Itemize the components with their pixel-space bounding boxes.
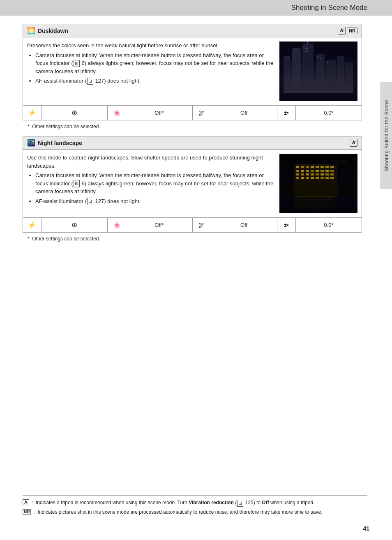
footnote-dusk: * Other settings can be selected. (23, 124, 362, 129)
svg-rect-49 (306, 173, 309, 175)
off1-value: Off* (154, 110, 164, 116)
night-description: Use this mode to capture night landscape… (27, 154, 274, 170)
svg-rect-57 (306, 177, 309, 179)
svg-rect-43 (316, 170, 319, 172)
svg-rect-40 (301, 170, 304, 172)
svg-rect-61 (325, 177, 329, 179)
section-body-night: Use this mode to capture night landscape… (23, 150, 362, 217)
svg-rect-21 (317, 56, 318, 57)
section-text-night: Use this mode to capture night landscape… (27, 154, 274, 213)
svg-rect-46 (330, 170, 334, 172)
svg-rect-42 (311, 170, 314, 172)
svg-rect-48 (301, 173, 304, 175)
setting-flash-night: ⚡ (23, 218, 42, 232)
dusk-bullet-list: Camera focuses at infinity. When the shu… (35, 51, 274, 85)
vr-icon: 🕊 (198, 109, 205, 116)
svg-rect-2 (279, 85, 357, 101)
svg-rect-51 (316, 173, 319, 175)
svg-rect-45 (325, 170, 329, 172)
macro-icon-night: 🌸 (113, 222, 120, 228)
svg-rect-76 (298, 198, 333, 198)
svg-rect-28 (294, 197, 335, 209)
header-bar: Shooting in Scene Mode (0, 0, 392, 16)
setting-exp-val-dusk: 0.0* (296, 106, 362, 120)
svg-rect-77 (300, 199, 331, 200)
dusk-bullet-2: AF-assist illuminator (⊡ 127) does not l… (35, 77, 274, 85)
svg-rect-34 (311, 166, 314, 168)
off1-night-value: Off* (154, 222, 164, 228)
dusk-badges: 𝐀̃ NR (338, 27, 357, 35)
dusk-description: Preserves the colors seen in the weak na… (27, 42, 274, 50)
svg-rect-25 (279, 83, 357, 83)
svg-rect-22 (320, 58, 321, 59)
svg-rect-1 (279, 42, 357, 101)
page-title: Shooting in Scene Mode (291, 4, 367, 12)
svg-point-70 (286, 182, 294, 187)
svg-rect-60 (321, 177, 324, 179)
svg-rect-24 (338, 59, 339, 60)
setting-vr-night: 🕊 (193, 218, 211, 232)
svg-rect-62 (330, 177, 334, 179)
dusk-bullet-1: Camera focuses at infinity. When the shu… (35, 51, 274, 76)
footnote-tripod-text: : Indicates a tripod is recommended when… (32, 499, 314, 507)
off2-night-value: Off (240, 222, 247, 228)
settings-row-night: ⚡ ⊕ 🌸 Off* 🕊 Off ±▪ (23, 217, 362, 232)
flash-icon-night: ⚡ (28, 221, 36, 229)
macro-icon: 🌸 (113, 110, 120, 116)
svg-rect-54 (330, 173, 334, 175)
ref-icon-5: ⊡ (237, 500, 243, 507)
section-body-dusk: Preserves the colors seen in the weak na… (23, 37, 362, 105)
night-badges: 𝐀̃ (350, 139, 357, 147)
svg-rect-15 (304, 51, 305, 52)
section-night-landscape: 🌃 Night landscape 𝐀̃ Use this mode to ca… (23, 136, 362, 233)
svg-rect-32 (301, 166, 304, 168)
svg-rect-18 (326, 60, 336, 87)
flash-icon: ⚡ (28, 109, 36, 117)
settings-row-dusk: ⚡ ⊕ 🌸 Off* 🕊 Off ±▪ (23, 105, 362, 120)
footnote-nr-text: : Indicates pictures shot in this scene … (33, 508, 322, 516)
svg-rect-55 (296, 177, 299, 179)
night-bullet-2: AF-assist illuminator (⊡ 127) does not l… (35, 197, 274, 205)
bottom-footnotes: A : Indicates a tripod is recommended wh… (23, 495, 367, 517)
setting-exp-night: ±▪ (277, 218, 296, 232)
svg-rect-52 (321, 173, 324, 175)
section-header-dusk: 🌅 Dusk/dawn 𝐀̃ NR (23, 24, 362, 37)
svg-rect-33 (306, 166, 309, 168)
badge-tripod-dusk: 𝐀̃ (338, 27, 346, 35)
setting-off2-night: Off (211, 218, 277, 232)
setting-timer-night: ⊕ (42, 218, 108, 232)
svg-rect-31 (296, 166, 299, 168)
exp-icon: ±▪ (284, 110, 289, 116)
badge-tripod-night: 𝐀̃ (350, 139, 357, 147)
setting-exp-val-night: 0.0* (296, 218, 362, 232)
setting-off1-night: Off* (126, 218, 192, 232)
section-text-dusk: Preserves the colors seen in the weak na… (27, 42, 274, 101)
footnote-tripod-icon: A (23, 499, 29, 507)
svg-rect-47 (296, 173, 299, 175)
svg-rect-78 (302, 201, 329, 202)
svg-rect-56 (301, 177, 304, 179)
page: Shooting in Scene Mode Shooting Suited f… (0, 0, 392, 540)
dusk-icon: 🌅 (27, 27, 35, 35)
svg-rect-58 (311, 177, 314, 179)
svg-rect-19 (337, 56, 344, 87)
svg-rect-14 (306, 48, 308, 49)
page-number: 41 (363, 525, 369, 532)
section-header-night: 🌃 Night landscape 𝐀̃ (23, 136, 362, 150)
night-title-text: Night landscape (38, 140, 82, 146)
svg-rect-9 (293, 48, 300, 52)
timer-icon-night: ⊕ (71, 221, 77, 229)
ref-icon-1: ⊡ (74, 60, 80, 67)
svg-rect-7 (284, 56, 290, 60)
setting-flash-dusk: ⚡ (23, 106, 42, 120)
side-tab-label: Shooting Suited for the Scene (384, 100, 390, 171)
svg-rect-13 (304, 48, 305, 49)
night-bullet-list: Camera focuses at infinity. When the shu… (35, 171, 274, 205)
setting-off1-dusk: Off* (126, 106, 192, 120)
ref-icon-2: ⊡ (87, 78, 93, 85)
svg-rect-50 (311, 173, 314, 175)
ref-icon-4: ⊡ (87, 198, 93, 205)
timer-icon: ⊕ (71, 108, 77, 117)
svg-rect-16 (306, 51, 308, 52)
setting-off2-dusk: Off (211, 106, 277, 120)
